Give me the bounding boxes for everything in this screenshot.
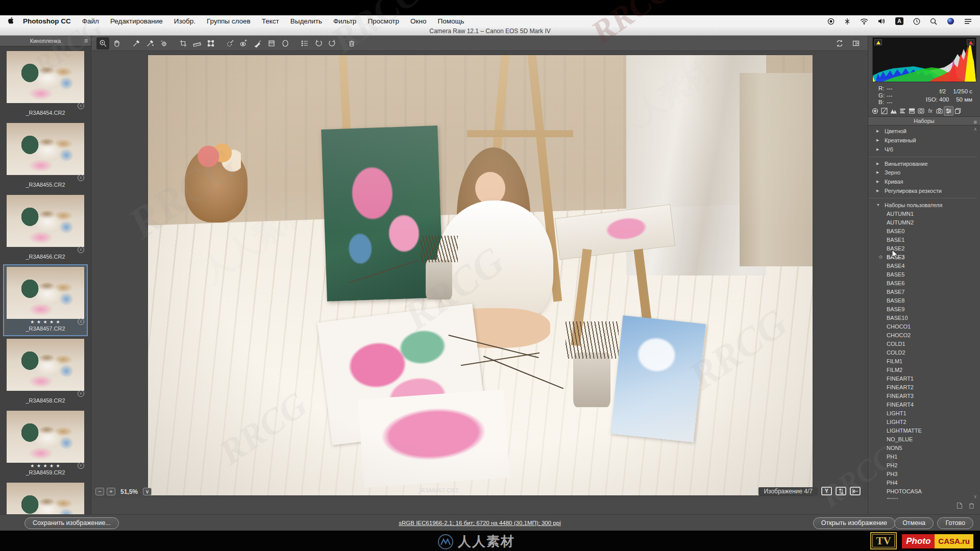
photo-preview[interactable]	[148, 55, 813, 495]
preset-group-row[interactable]: ▶ Ч/б	[868, 145, 977, 154]
tab-hsl-icon[interactable]	[898, 107, 907, 115]
input-source-icon[interactable]: A	[895, 17, 903, 25]
preset-item[interactable]: BASE4	[868, 261, 977, 270]
preset-item[interactable]: NON5	[868, 443, 977, 452]
preset-item[interactable]: FINEART3	[868, 391, 977, 400]
preset-item[interactable]: BASE10	[868, 313, 977, 322]
preset-item[interactable]: LIGHTMATTE	[868, 426, 977, 435]
tab-lens-corrections-icon[interactable]	[917, 107, 925, 115]
highlight-clipping-indicator[interactable]	[967, 39, 974, 45]
menu-item-image[interactable]: Изобр.	[168, 17, 201, 25]
preset-item[interactable]: BASE2	[868, 244, 977, 253]
cancel-button[interactable]: Отмена	[894, 517, 934, 529]
radial-filter-tool-icon[interactable]	[279, 37, 291, 49]
thumbnail-image[interactable]	[7, 195, 84, 247]
zoom-in-button[interactable]: +	[107, 488, 115, 495]
tab-effects-icon[interactable]: fx	[926, 107, 935, 115]
tab-presets-icon[interactable]	[944, 107, 953, 115]
before-after-toggle[interactable]: Y	[821, 487, 832, 495]
open-image-button[interactable]: Открыть изображение	[813, 517, 895, 529]
delete-icon[interactable]	[345, 37, 358, 49]
tab-split-toning-icon[interactable]	[908, 107, 916, 115]
airplay-icon[interactable]	[844, 18, 850, 25]
group-disclosure-icon[interactable]: ▶	[876, 170, 880, 174]
group-disclosure-icon[interactable]: ▶	[876, 162, 880, 166]
adjustment-brush-tool-icon[interactable]	[251, 37, 264, 49]
thumbnail-image[interactable]	[7, 123, 84, 175]
tab-tone-curve-icon[interactable]	[880, 107, 889, 115]
hand-tool-icon[interactable]	[110, 37, 123, 49]
thumbnail-image[interactable]	[7, 411, 84, 463]
previous-image-button[interactable]: ◀	[744, 488, 748, 494]
preset-item[interactable]: BASE1	[868, 235, 977, 244]
preset-item[interactable]: BASE7	[868, 287, 977, 296]
wifi-icon[interactable]	[860, 18, 868, 24]
filmstrip-thumbnail-item[interactable]: _R3A8456.CR2 ≡	[3, 192, 88, 264]
group-disclosure-icon[interactable]: ▶	[876, 189, 880, 193]
scroll-up-icon[interactable]: ∧	[973, 127, 977, 132]
menu-item-window[interactable]: Окно	[405, 17, 432, 25]
crop-tool-icon[interactable]	[177, 37, 189, 49]
thumbnail-image[interactable]	[7, 483, 84, 514]
thumbnail-stars[interactable]: ★ ★ ★ ★ ★	[3, 319, 88, 325]
thumbnail-stars[interactable]	[3, 176, 88, 182]
rotate-right-icon[interactable]	[326, 37, 338, 49]
menu-item-filter[interactable]: Фильтр	[328, 17, 362, 25]
graduated-filter-tool-icon[interactable]	[265, 37, 278, 49]
done-button[interactable]: Готово	[937, 517, 973, 529]
spot-removal-tool-icon[interactable]	[224, 37, 236, 49]
preset-item[interactable]: FINEART2	[868, 383, 977, 391]
white-balance-tool-icon[interactable]	[130, 37, 142, 49]
thumbnail-image[interactable]	[7, 339, 84, 391]
tab-calibration-icon[interactable]	[935, 107, 944, 115]
menu-item-help[interactable]: Помощь	[432, 17, 470, 25]
thumbnail-stars[interactable]	[3, 247, 88, 254]
preset-item[interactable]: AUTUMN1	[868, 209, 977, 218]
red-eye-tool-icon[interactable]	[237, 37, 250, 49]
transform-tool-icon[interactable]	[204, 37, 217, 49]
preset-group-row[interactable]: ▶ Виньетирование	[868, 157, 977, 168]
preset-item[interactable]: BASE5	[868, 270, 977, 279]
filmstrip-menu-icon[interactable]: ≡	[84, 37, 88, 44]
tab-basic-icon[interactable]	[871, 107, 879, 115]
thumbnail-image[interactable]	[7, 267, 84, 319]
filmstrip-thumbnail-item[interactable]: _R3A8458.CR2 ≡	[3, 336, 88, 408]
presets-menu-icon[interactable]: ≡	[974, 118, 977, 127]
tab-snapshots-icon[interactable]	[953, 107, 962, 115]
scroll-down-icon[interactable]: ∨	[973, 494, 977, 499]
preset-item[interactable]: PH1	[868, 452, 977, 461]
preset-item[interactable]: PH3	[868, 469, 977, 478]
preset-item[interactable]: FILM2	[868, 365, 977, 374]
color-sampler-tool-icon[interactable]	[143, 37, 156, 49]
preset-item[interactable]: AUTUMN2	[868, 218, 977, 227]
menu-item-edit[interactable]: Редактирование	[105, 17, 168, 25]
preset-item[interactable]: BASE0	[868, 227, 977, 235]
copy-settings-button[interactable]	[850, 487, 861, 495]
filmstrip-thumbnail-item[interactable]: ★ ★ ★ ★ ★ _R3A8457.CR2 ≡	[3, 264, 88, 336]
siri-icon[interactable]	[947, 17, 954, 25]
delete-preset-icon[interactable]	[968, 502, 975, 510]
screen-record-icon[interactable]	[827, 18, 835, 25]
preferences-tool-icon[interactable]	[298, 37, 311, 49]
preset-item[interactable]: CHOCO1	[868, 322, 977, 331]
preset-group-row[interactable]: ▶ Кривая	[868, 177, 977, 186]
group-disclosure-icon[interactable]: ▶	[876, 129, 880, 133]
preset-item[interactable]: FINEART1	[868, 374, 977, 383]
preset-item[interactable]: LIGHT2	[868, 417, 977, 426]
thumbnail-stars[interactable]: ★ ★ ★ ★ ★	[3, 463, 88, 469]
menu-item-photoshop[interactable]: Photoshop CC	[19, 17, 77, 25]
save-image-button[interactable]: Сохранить изображение...	[24, 517, 119, 529]
preset-group-row[interactable]: ▶ Зерно	[868, 168, 977, 177]
menu-item-type[interactable]: Текст	[256, 17, 285, 25]
targeted-adjustment-tool-icon[interactable]	[157, 37, 170, 49]
group-disclosure-icon[interactable]: ▼	[876, 203, 880, 207]
preset-item[interactable]: PH2	[868, 461, 977, 469]
swap-before-after-button[interactable]	[836, 487, 846, 495]
new-preset-icon[interactable]	[956, 502, 963, 510]
spotlight-icon[interactable]	[930, 18, 937, 25]
preset-group-row[interactable]: ▶ Цветной	[868, 127, 977, 136]
filmstrip-thumbnail-item[interactable]: _R3A8455.CR2 ≡	[3, 120, 88, 192]
zoom-out-button[interactable]: −	[95, 488, 104, 495]
apple-icon[interactable]	[8, 17, 15, 25]
group-disclosure-icon[interactable]: ▶	[876, 147, 880, 152]
